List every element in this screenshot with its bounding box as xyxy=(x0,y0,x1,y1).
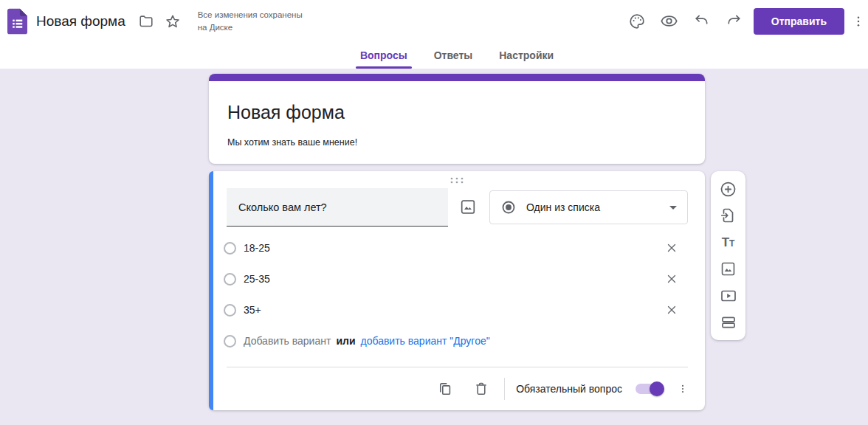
kebab-menu-icon xyxy=(852,13,865,30)
trash-icon xyxy=(473,381,489,397)
option-label[interactable]: 25-35 xyxy=(244,273,664,285)
question-footer: Обязательный вопрос xyxy=(227,367,688,410)
insert-toolbar: TT xyxy=(711,171,745,340)
section-icon xyxy=(720,314,737,331)
dropdown-caret-icon xyxy=(669,206,677,210)
add-title-description-button[interactable]: TT xyxy=(719,232,738,252)
add-section-button[interactable] xyxy=(719,313,738,332)
question-text-input[interactable] xyxy=(227,188,448,227)
palette-icon xyxy=(628,13,646,30)
forms-logo-button[interactable] xyxy=(7,8,27,35)
question-card: Один из списка 18-25 25-35 xyxy=(209,171,705,410)
more-options-button[interactable] xyxy=(852,8,865,35)
option-row: 25-35 xyxy=(224,263,687,294)
required-toggle[interactable] xyxy=(636,384,663,394)
copy-icon xyxy=(437,381,453,397)
drag-dots-icon xyxy=(449,176,466,184)
star-button[interactable] xyxy=(159,8,186,35)
undo-button[interactable] xyxy=(689,8,715,35)
close-icon xyxy=(665,303,678,317)
import-questions-button[interactable] xyxy=(719,206,738,225)
radio-circle-icon xyxy=(224,335,236,348)
toggle-knob xyxy=(650,381,664,396)
image-icon xyxy=(720,260,737,277)
tab-settings-label: Настройки xyxy=(499,49,554,61)
option-row: 35+ xyxy=(224,294,687,325)
option-label[interactable]: 35+ xyxy=(244,304,664,316)
import-icon xyxy=(720,207,737,224)
add-question-button[interactable] xyxy=(719,179,738,198)
document-title[interactable]: Новая форма xyxy=(36,13,125,30)
add-video-button[interactable] xyxy=(719,286,738,305)
form-description[interactable]: Мы хотим знать ваше мнение! xyxy=(227,137,357,148)
video-icon xyxy=(720,287,737,305)
save-status: Все изменения сохранены на Диске xyxy=(198,9,303,32)
tab-settings[interactable]: Настройки xyxy=(497,42,556,69)
duplicate-question-button[interactable] xyxy=(436,380,454,398)
forms-logo-icon xyxy=(7,8,27,35)
tab-questions-label: Вопросы xyxy=(360,49,407,61)
image-icon xyxy=(459,198,477,216)
eye-icon xyxy=(660,12,678,30)
tab-answers[interactable]: Ответы xyxy=(432,42,475,69)
radio-checked-icon xyxy=(500,199,517,215)
google-forms-editor: Новая форма Все изменения сохранены на Д… xyxy=(0,0,868,425)
remove-option-button[interactable] xyxy=(664,303,679,317)
move-to-folder-button[interactable] xyxy=(133,8,159,35)
customize-theme-button[interactable] xyxy=(624,8,650,35)
question-more-options-button[interactable] xyxy=(678,378,688,400)
kebab-menu-icon xyxy=(678,381,688,397)
form-title[interactable]: Новая форма xyxy=(227,102,345,123)
top-bar: Новая форма Все изменения сохранены на Д… xyxy=(0,0,868,42)
add-option-button[interactable]: Добавить вариант xyxy=(244,335,331,347)
option-label[interactable]: 18-25 xyxy=(244,242,664,254)
close-icon xyxy=(665,241,678,255)
or-label: или xyxy=(336,335,355,347)
radio-circle-icon xyxy=(224,242,236,255)
delete-question-button[interactable] xyxy=(472,380,490,398)
option-row: 18-25 xyxy=(224,232,687,263)
radio-circle-icon xyxy=(224,304,236,317)
redo-button[interactable] xyxy=(721,8,748,35)
undo-icon xyxy=(693,13,710,30)
add-image-button[interactable] xyxy=(719,260,738,279)
form-title-card: Новая форма Мы хотим знать ваше мнение! xyxy=(209,74,705,164)
plus-circle-icon xyxy=(719,180,737,198)
close-icon xyxy=(665,272,678,286)
header-actions xyxy=(624,8,748,35)
theme-accent-bar xyxy=(209,74,705,81)
remove-option-button[interactable] xyxy=(664,241,679,255)
tab-answers-label: Ответы xyxy=(434,49,473,61)
add-question-image-button[interactable] xyxy=(459,198,477,215)
active-question-indicator xyxy=(209,171,213,410)
drag-handle[interactable] xyxy=(449,176,466,184)
add-option-row: Добавить вариант или добавить вариант "Д… xyxy=(224,325,687,356)
redo-icon xyxy=(726,13,743,30)
tabs-bar: Вопросы Ответы Настройки xyxy=(0,42,868,69)
star-icon xyxy=(164,13,182,30)
add-other-option-link[interactable]: добавить вариант "Другое" xyxy=(360,335,489,347)
folder-icon xyxy=(138,13,154,30)
radio-circle-icon xyxy=(224,273,236,286)
question-type-dropdown[interactable]: Один из списка xyxy=(489,190,688,224)
text-Tt-icon: TT xyxy=(722,236,735,249)
send-button[interactable]: Отправить xyxy=(754,8,844,35)
form-canvas: Новая форма Мы хотим знать ваше мнение! xyxy=(0,69,868,425)
remove-option-button[interactable] xyxy=(664,272,679,286)
question-type-label: Один из списка xyxy=(526,201,660,213)
required-question-label: Обязательный вопрос xyxy=(516,383,622,395)
preview-button[interactable] xyxy=(656,8,683,35)
tab-questions[interactable]: Вопросы xyxy=(358,42,410,69)
footer-vertical-divider xyxy=(504,378,505,400)
